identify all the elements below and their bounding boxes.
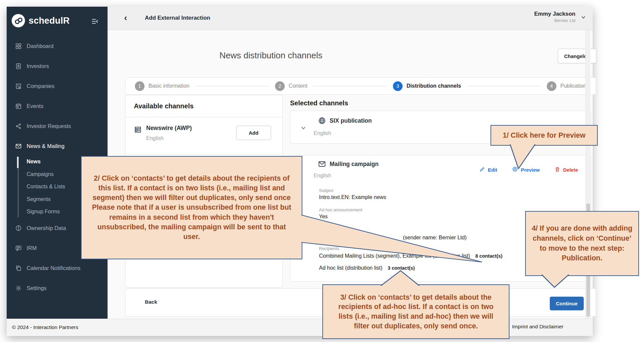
continue-button[interactable]: Continue xyxy=(550,297,584,310)
delete-button[interactable]: Delete xyxy=(554,166,578,173)
dashboard-icon xyxy=(15,42,22,50)
sidebar-item-calendar-notifications[interactable]: Calendar Notifications xyxy=(7,263,108,273)
sidebar-subitem-contacts-lists[interactable]: Contacts & Lists xyxy=(27,182,65,191)
investors-icon xyxy=(15,62,22,70)
selected-channels-heading: Selected channels xyxy=(290,99,348,107)
adhoc-label: Ad hoc announcement xyxy=(319,207,362,212)
contacts-count-link[interactable]: 3 contact(s) xyxy=(388,265,415,271)
callout-4-continue: 4/ If you are done with adding channels,… xyxy=(525,211,639,276)
brand-row: schedulR xyxy=(7,14,108,29)
recipients-row-1: Combined Mailing Lists (segment), Exampl… xyxy=(319,253,502,259)
step-publication[interactable]: 4 Publication xyxy=(547,81,586,91)
sidebar-item-settings[interactable]: Settings xyxy=(7,283,108,293)
mail-icon xyxy=(15,142,22,150)
subject-value: Intro.text.EN: Example news xyxy=(319,194,386,200)
collapse-sidebar-icon[interactable] xyxy=(91,17,99,27)
sidebar-item-events[interactable]: Events xyxy=(7,101,108,111)
six-publication-language: English xyxy=(314,130,331,136)
user-company: Bernier Ltd xyxy=(534,18,575,23)
adhoc-value: Yes xyxy=(319,214,328,220)
subject-label: Subject xyxy=(319,188,333,193)
edit-button[interactable]: Edit xyxy=(479,166,497,173)
callout-2-paragraph-2: Please note that if a user is unsubscrib… xyxy=(90,203,294,242)
step-distribution-channels[interactable]: 3 Distribution channels xyxy=(393,81,461,91)
sidebar-subitem-news[interactable]: News xyxy=(27,157,41,166)
sender-name-text: (sender name: Bernier Ltd) xyxy=(403,235,467,241)
channel-name: Newswire (AWP) xyxy=(146,125,192,132)
expand-chevron-down-icon[interactable] xyxy=(300,124,307,133)
copyright-text: © 2024 - Interaction Partners xyxy=(12,324,78,330)
pie-icon xyxy=(15,224,22,232)
user-chevron-down-icon[interactable] xyxy=(580,14,587,22)
step-basic-information[interactable]: 1 Basic information xyxy=(135,81,189,91)
brand-name: schedulR xyxy=(29,16,70,26)
newswire-icon xyxy=(134,125,142,135)
mailing-campaign-name: Mailing campaign xyxy=(330,161,379,168)
sidebar-item-companies[interactable]: Companies xyxy=(7,81,108,91)
user-menu[interactable]: Emmy Jackson Bernier Ltd xyxy=(534,11,575,23)
recipients-lists: Ad hoc list (distribution list) xyxy=(319,265,382,271)
pencil-icon xyxy=(479,166,485,173)
wizard-stepper: 1 Basic information 2 Content 3 Distribu… xyxy=(125,77,596,95)
callout-2-contacts-segment: 2/ Click on ‘contacts’ to get details ab… xyxy=(81,156,302,259)
recipients-row-2: Ad hoc list (distribution list) 3 contac… xyxy=(319,265,415,271)
recipients-lists: Combined Mailing Lists (segment), Exampl… xyxy=(319,253,470,259)
imprint-link[interactable]: Imprint and Disclaimer xyxy=(512,324,563,330)
contacts-count-link[interactable]: 8 contact(s) xyxy=(476,253,502,259)
available-channels-heading: Available channels xyxy=(126,95,282,117)
callout-1-preview: 1/ Click here for Preview xyxy=(490,125,598,146)
sidebar-item-dashboard[interactable]: Dashboard xyxy=(7,41,108,51)
sidebar-item-investor-requests[interactable]: Investor Requests xyxy=(7,121,108,131)
sidebar-item-news-mailing[interactable]: News & Mailing xyxy=(7,141,108,151)
page-header-title: Add External Interaction xyxy=(145,15,210,21)
eye-icon xyxy=(512,166,518,173)
user-name: Emmy Jackson xyxy=(534,11,575,17)
step-connector xyxy=(195,86,269,86)
step-connector xyxy=(467,86,541,86)
schedulr-logo-icon xyxy=(12,14,25,27)
screenshot-root: schedulR Dashboard Investors Companies E… xyxy=(0,0,644,342)
six-publication-name: SIX publication xyxy=(330,117,372,124)
callout-2-paragraph-1: 2/ Click on ‘contacts’ to get details ab… xyxy=(90,174,294,203)
top-bar: ‹ Add External Interaction Emmy Jackson … xyxy=(108,7,593,30)
share-icon xyxy=(15,122,22,130)
step-content[interactable]: 2 Content xyxy=(275,81,307,91)
chat-icon xyxy=(15,244,22,252)
sidebar-item-investors[interactable]: Investors xyxy=(7,61,108,71)
envelope-icon xyxy=(318,160,326,170)
recipients-label: Recipients xyxy=(319,246,339,251)
back-button[interactable]: Back xyxy=(145,299,157,305)
companies-icon xyxy=(15,82,22,90)
trash-icon xyxy=(554,166,560,173)
callout-3-contacts-adhoc: 3/ Click on ‘contacts’ to get details ab… xyxy=(322,284,509,339)
back-chevron-icon[interactable]: ‹ xyxy=(124,13,127,23)
copy-icon xyxy=(15,264,22,272)
submenu-active-indicator xyxy=(17,157,19,168)
sidebar-subitem-signup-forms[interactable]: Signup Forms xyxy=(27,207,60,216)
gear-icon xyxy=(15,284,22,292)
sidebar-subitem-campaigns[interactable]: Campaigns xyxy=(27,170,54,179)
page-title: News distribution channels xyxy=(219,50,322,61)
channel-row-newswire: Newswire (AWP) English Add xyxy=(126,117,282,155)
channel-language: English xyxy=(146,135,163,141)
changelog-button[interactable]: Changelog xyxy=(558,49,596,63)
step-connector xyxy=(313,86,387,86)
add-channel-button[interactable]: Add xyxy=(236,126,271,140)
globe-icon xyxy=(318,116,326,126)
sidebar-subitem-segments[interactable]: Segments xyxy=(27,195,51,204)
events-icon xyxy=(15,102,22,110)
preview-button[interactable]: Preview xyxy=(512,166,540,173)
card-actions: Edit Preview Delete xyxy=(479,166,578,173)
mailing-campaign-language: English xyxy=(314,173,331,179)
